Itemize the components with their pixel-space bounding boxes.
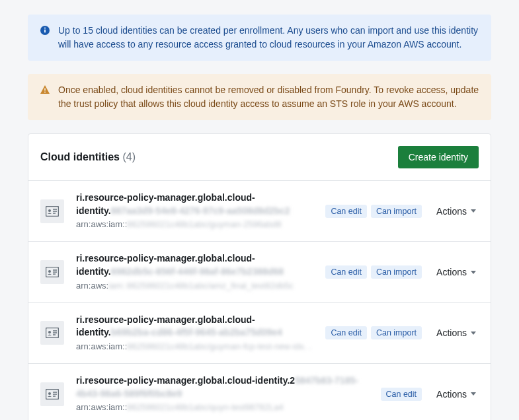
svg-point-6 bbox=[48, 209, 51, 212]
cloud-identities-panel: Cloud identities (4) Create identity ri.… bbox=[28, 133, 491, 420]
svg-point-11 bbox=[48, 270, 51, 273]
warning-icon bbox=[40, 85, 50, 111]
identity-body: ri.resource-policy-manager.global.cloud-… bbox=[76, 374, 369, 413]
actions-menu-button[interactable]: Actions bbox=[434, 263, 479, 281]
chevron-down-icon bbox=[471, 209, 476, 213]
svg-point-4 bbox=[44, 92, 46, 93]
identity-card-icon bbox=[40, 382, 64, 406]
can-edit-badge: Can edit bbox=[381, 388, 422, 401]
actions-menu-button[interactable]: Actions bbox=[434, 385, 479, 403]
identity-badges: Can editCan import bbox=[325, 265, 422, 279]
chevron-down-icon bbox=[471, 271, 476, 274]
svg-rect-1 bbox=[44, 30, 46, 33]
can-edit-badge: Can edit bbox=[325, 265, 367, 279]
identity-row: ri.resource-policy-manager.global.cloud-… bbox=[28, 363, 491, 420]
identity-row: ri.resource-policy-manager.global.cloud-… bbox=[28, 302, 491, 363]
svg-point-2 bbox=[44, 27, 46, 28]
identity-resource-id: ri.resource-policy-manager.global.cloud-… bbox=[76, 252, 313, 278]
identity-arn: arn:aws:iam::862596021c48b1abc/amz_final… bbox=[76, 280, 313, 292]
identity-row: ri.resource-policy-manager.global.cloud-… bbox=[28, 180, 491, 241]
identity-count: (4) bbox=[122, 151, 136, 162]
identity-arn: arn:aws:iam::862596021c48b1abc/guyman-fc… bbox=[76, 341, 313, 353]
identity-badges: Can edit bbox=[381, 388, 422, 401]
create-identity-button[interactable]: Create identity bbox=[398, 146, 479, 168]
svg-point-16 bbox=[48, 331, 51, 333]
info-icon bbox=[40, 25, 50, 52]
can-edit-badge: Can edit bbox=[325, 205, 367, 218]
identity-card-icon bbox=[40, 260, 64, 284]
identity-resource-id: ri.resource-policy-manager.global.cloud-… bbox=[76, 374, 369, 400]
info-text: Up to 15 cloud identities can be created… bbox=[58, 24, 479, 52]
identity-resource-id: ri.resource-policy-manager.global.cloud-… bbox=[76, 192, 313, 217]
identity-body: ri.resource-policy-manager.global.cloud-… bbox=[76, 314, 313, 353]
identity-arn: arn:aws:iam::862596021c48b1abc/quyn-test… bbox=[76, 402, 369, 413]
chevron-down-icon bbox=[471, 392, 476, 396]
can-edit-badge: Can edit bbox=[325, 326, 367, 339]
can-import-badge: Can import bbox=[371, 326, 422, 339]
identity-body: ri.resource-policy-manager.global.cloud-… bbox=[76, 192, 313, 230]
svg-rect-3 bbox=[44, 88, 46, 91]
can-import-badge: Can import bbox=[371, 265, 422, 279]
identity-badges: Can editCan import bbox=[325, 205, 422, 218]
identity-row: ri.resource-policy-manager.global.cloud-… bbox=[28, 241, 491, 302]
identity-card-icon bbox=[40, 199, 64, 223]
identity-arn: arn:aws:iam::862596021c48b1abc/guyman-25… bbox=[76, 219, 313, 230]
identity-card-icon bbox=[40, 321, 64, 345]
actions-menu-button[interactable]: Actions bbox=[434, 202, 479, 221]
panel-header: Cloud identities (4) Create identity bbox=[28, 134, 491, 180]
info-callout: Up to 15 cloud identities can be created… bbox=[28, 15, 491, 61]
can-import-badge: Can import bbox=[371, 205, 422, 218]
identity-badges: Can editCan import bbox=[325, 326, 422, 339]
identity-body: ri.resource-policy-manager.global.cloud-… bbox=[76, 252, 313, 291]
warning-callout: Once enabled, cloud identities cannot be… bbox=[28, 74, 491, 120]
warning-text: Once enabled, cloud identities cannot be… bbox=[58, 83, 479, 111]
svg-point-21 bbox=[48, 392, 51, 395]
identity-resource-id: ri.resource-policy-manager.global.cloud-… bbox=[76, 314, 313, 339]
panel-title: Cloud identities (4) bbox=[40, 151, 136, 163]
chevron-down-icon bbox=[471, 332, 476, 335]
actions-menu-button[interactable]: Actions bbox=[434, 324, 479, 342]
